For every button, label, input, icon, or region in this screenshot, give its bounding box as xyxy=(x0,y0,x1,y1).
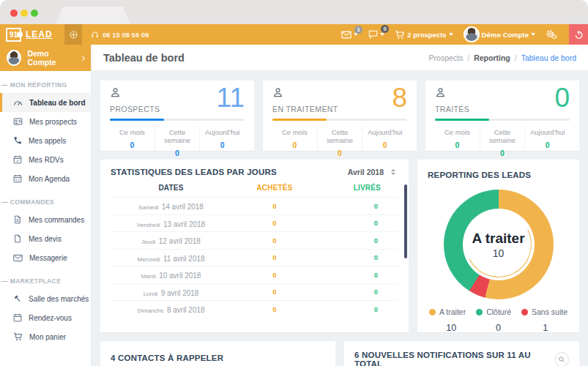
chevron-right-icon xyxy=(80,56,85,61)
phone-number: 06 15 08 56 09 xyxy=(103,31,149,39)
sidebar-item-mon-agenda[interactable]: Mon Agenda xyxy=(0,169,91,188)
contacts-card-title: 4 CONTACTS À RAPPELER xyxy=(111,354,223,362)
sidebar-item-mes-appels[interactable]: Mes appels xyxy=(0,131,91,150)
support-phone: 06 15 08 56 09 xyxy=(82,24,149,45)
stat-label: TRAITÉS xyxy=(435,105,469,113)
file-icon xyxy=(13,234,22,243)
sidebar-item-mes-rdvs[interactable]: Mes RDVs xyxy=(0,150,91,169)
table-row: Jeudi 12 avril 2018 00 xyxy=(111,231,398,249)
stat-period: Aujourd’hui0 xyxy=(199,126,245,157)
stat-progress xyxy=(272,119,407,121)
power-icon xyxy=(574,30,584,40)
dashboard-content: PROSPECTS 11 Ce mois0 Cette semaine0 Auj… xyxy=(92,71,588,366)
chevron-down-icon xyxy=(531,33,535,36)
chat-menu[interactable]: 0 xyxy=(368,30,384,39)
sidebar-item-mes-prospects[interactable]: Mes prospects xyxy=(0,112,91,131)
col-dates: DATES xyxy=(111,184,231,192)
table-row: Dimanche 8 avril 2018 00 xyxy=(111,300,398,318)
sidebar-toggle-button[interactable] xyxy=(64,24,82,45)
file-text-icon xyxy=(13,215,22,224)
settings-button[interactable] xyxy=(546,29,557,40)
breadcrumb-reporting[interactable]: Reporting xyxy=(474,53,510,62)
sidebar-item-tableau-de-bord[interactable]: Tableau de bord xyxy=(0,93,91,112)
donut-chart: A traiter 10 xyxy=(444,190,554,299)
page-header: Tableau de bord Prospects / Reporting / … xyxy=(92,45,588,71)
stat-period: Cette semaine0 xyxy=(155,126,200,157)
cart-icon xyxy=(395,30,405,40)
donut-card-title: REPORTING DES LEADS xyxy=(428,171,531,179)
stat-period: Cette semaine0 xyxy=(317,126,362,157)
sidebar-item-rendez-vous[interactable]: Rendez-vous xyxy=(0,308,91,327)
mail-badge: 1 xyxy=(354,26,362,34)
stat-value: 0 xyxy=(554,84,570,111)
search-button[interactable] xyxy=(555,352,569,366)
reporting-leads-card: REPORTING DES LEADS A traiter 10 A trait… xyxy=(417,160,579,332)
topbar: 91 LEAD 06 15 08 56 09 xyxy=(0,24,588,45)
expand-icon xyxy=(69,30,78,40)
cart-icon xyxy=(13,332,23,341)
envelope-icon xyxy=(13,254,23,262)
person-icon xyxy=(435,87,570,98)
cart-menu[interactable]: 2 prospects xyxy=(395,30,453,40)
mail-menu[interactable]: 1 xyxy=(341,31,358,39)
table-row: Mardi 10 avril 2018 00 xyxy=(111,266,398,283)
sidebar: Demo Compte — MON REPORTING Tableau de b… xyxy=(0,45,92,366)
month-filter-select[interactable]: Avril 2018 xyxy=(348,168,398,176)
sidebar-item-label: Tableau de bord xyxy=(29,99,86,107)
stat-period: Aujourd’hui0 xyxy=(362,126,407,157)
stat-value: 8 xyxy=(392,84,407,111)
sidebar-item-mes-devis[interactable]: Mes devis xyxy=(0,229,91,248)
brand-logo[interactable]: 91 LEAD xyxy=(0,24,64,45)
breadcrumb-separator: / xyxy=(515,53,517,62)
donut-center-value: 10 xyxy=(493,247,505,259)
sidebar-item-label: Mes RDVs xyxy=(29,156,64,164)
headset-icon xyxy=(91,31,99,39)
account-menu[interactable]: Démo Compte xyxy=(464,26,535,42)
legend-a-traiter[interactable]: A traiter xyxy=(429,307,466,316)
page-title: Tableau de bord xyxy=(103,52,185,64)
browser-tab[interactable] xyxy=(56,7,130,24)
phone-icon xyxy=(13,136,22,145)
browser-chrome xyxy=(0,0,588,24)
avatar xyxy=(7,50,21,66)
stat-card-en-traitement: EN TRAITEMENT 8 Ce mois0 Cette semaine0 … xyxy=(263,81,417,151)
calendar-check-icon xyxy=(13,155,22,164)
gavel-icon xyxy=(13,294,22,303)
sidebar-item-mon-panier[interactable]: Mon panier xyxy=(0,327,91,346)
sidebar-item-salle-des-marches[interactable]: Salle des marchés xyxy=(0,289,91,308)
stat-value: 11 xyxy=(217,84,245,111)
app-frame: 91 LEAD 06 15 08 56 09 xyxy=(0,0,588,366)
stat-progress xyxy=(435,119,570,121)
cart-count-label: 2 prospects xyxy=(407,31,446,39)
window-close-icon[interactable] xyxy=(10,10,18,17)
gauge-icon xyxy=(13,98,23,107)
table-scrollbar[interactable] xyxy=(404,184,407,258)
logo-mark: 91 xyxy=(6,28,21,42)
donut-center-label: A traiter xyxy=(472,231,524,247)
sidebar-item-label: Mon Agenda xyxy=(29,175,70,183)
logo-dot-icon xyxy=(17,31,23,37)
cogs-icon xyxy=(546,29,557,40)
sidebar-item-label: Mes devis xyxy=(29,235,62,243)
envelope-icon xyxy=(341,31,351,39)
stat-period: Ce mois0 xyxy=(435,126,480,157)
sidebar-user[interactable]: Demo Compte xyxy=(0,45,91,71)
sidebar-item-messagerie[interactable]: Messagerie xyxy=(0,248,91,267)
stat-period: Cette semaine0 xyxy=(480,126,525,157)
legend-cloture[interactable]: Clôturé xyxy=(476,307,511,316)
window-maximize-icon[interactable] xyxy=(31,10,38,17)
table-row: Samedi 14 avril 2018 00 xyxy=(111,197,398,214)
sidebar-item-label: Mes appels xyxy=(29,137,66,145)
sidebar-item-label: Mes prospects xyxy=(29,118,77,126)
breadcrumb-separator: / xyxy=(467,53,469,62)
table-row: Mercredi 11 avril 2018 00 xyxy=(111,249,398,266)
legend-sans-suite[interactable]: Sans suite xyxy=(521,307,567,316)
breadcrumb-prospects[interactable]: Prospects xyxy=(429,53,464,62)
leads-table-title: STATISTIQUES DES LEADS PAR JOURS xyxy=(111,168,277,176)
window-minimize-icon[interactable] xyxy=(21,10,28,17)
contacts-card: 4 CONTACTS À RAPPELER xyxy=(100,341,335,366)
search-icon xyxy=(558,356,565,363)
calendar-icon xyxy=(13,174,22,183)
logout-button[interactable] xyxy=(569,24,588,45)
sidebar-item-mes-commandes[interactable]: Mes commandes xyxy=(0,210,91,229)
